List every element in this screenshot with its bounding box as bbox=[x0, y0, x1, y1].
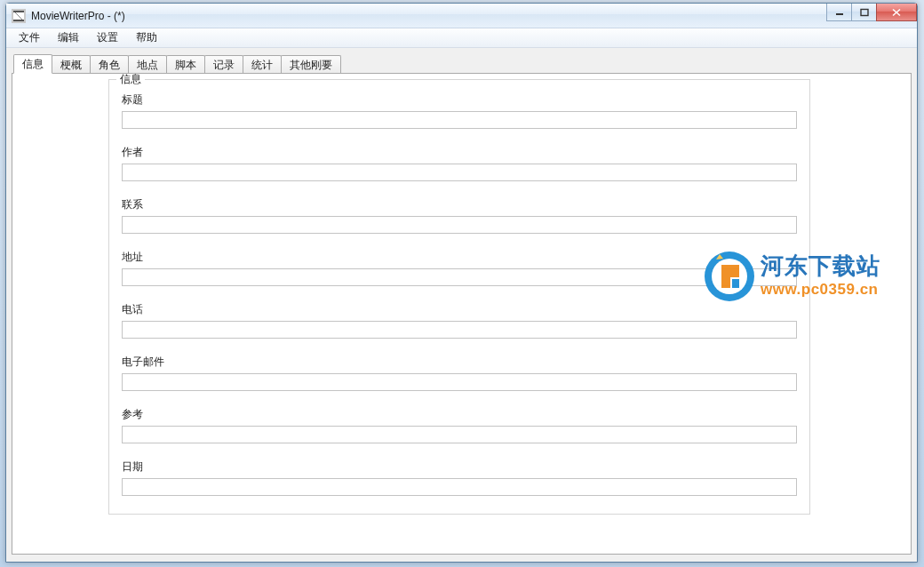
maximize-button[interactable] bbox=[851, 4, 877, 21]
label-address: 地址 bbox=[122, 250, 797, 265]
menu-settings[interactable]: 设置 bbox=[88, 28, 127, 48]
client-area: 信息 梗概 角色 地点 脚本 记录 统计 其他刚要 信息 标题 作者 bbox=[6, 48, 917, 562]
tab-roles[interactable]: 角色 bbox=[90, 55, 129, 73]
tab-panel-info: 信息 标题 作者 联系 地址 电话 bbox=[12, 73, 912, 555]
tab-places[interactable]: 地点 bbox=[128, 55, 167, 73]
field-ref: 参考 bbox=[122, 407, 797, 443]
field-contact: 联系 bbox=[122, 197, 797, 234]
svg-rect-6 bbox=[861, 9, 868, 15]
menu-file[interactable]: 文件 bbox=[10, 28, 49, 48]
label-title: 标题 bbox=[122, 92, 797, 108]
menu-help[interactable]: 帮助 bbox=[127, 28, 166, 48]
field-address: 地址 bbox=[122, 250, 797, 286]
input-contact[interactable] bbox=[122, 216, 797, 234]
svg-rect-2 bbox=[13, 11, 24, 12]
label-date: 日期 bbox=[122, 459, 797, 475]
input-phone[interactable] bbox=[122, 321, 797, 339]
field-author: 作者 bbox=[122, 145, 797, 181]
tab-other[interactable]: 其他刚要 bbox=[281, 55, 341, 73]
field-email: 电子邮件 bbox=[122, 355, 797, 391]
label-phone: 电话 bbox=[122, 302, 797, 317]
input-email[interactable] bbox=[122, 373, 797, 391]
field-phone: 电话 bbox=[122, 302, 797, 339]
input-title[interactable] bbox=[122, 111, 797, 129]
close-button[interactable] bbox=[876, 4, 917, 21]
input-ref[interactable] bbox=[122, 426, 797, 443]
input-address[interactable] bbox=[122, 268, 797, 286]
tab-synopsis[interactable]: 梗概 bbox=[52, 55, 91, 73]
tab-script[interactable]: 脚本 bbox=[166, 55, 205, 73]
field-date: 日期 bbox=[122, 459, 797, 496]
field-title: 标题 bbox=[122, 92, 797, 129]
groupbox-legend: 信息 bbox=[116, 73, 145, 87]
label-email: 电子邮件 bbox=[122, 355, 797, 370]
app-icon bbox=[12, 9, 26, 23]
label-ref: 参考 bbox=[122, 407, 797, 422]
minimize-button[interactable] bbox=[826, 4, 852, 21]
window-controls bbox=[827, 4, 917, 21]
input-author[interactable] bbox=[122, 164, 797, 181]
app-window: MovieWriterPro - (*) 文件 编辑 设置 帮助 信息 bbox=[5, 3, 918, 563]
tabstrip: 信息 梗概 角色 地点 脚本 记录 统计 其他刚要 bbox=[12, 53, 912, 73]
label-author: 作者 bbox=[122, 145, 797, 160]
label-contact: 联系 bbox=[122, 197, 797, 212]
window-title: MovieWriterPro - (*) bbox=[31, 10, 125, 22]
titlebar: MovieWriterPro - (*) bbox=[6, 4, 917, 28]
tab-log[interactable]: 记录 bbox=[204, 55, 243, 73]
menubar: 文件 编辑 设置 帮助 bbox=[6, 28, 917, 48]
tab-info[interactable]: 信息 bbox=[13, 54, 52, 74]
svg-rect-3 bbox=[13, 20, 24, 21]
tab-stats[interactable]: 统计 bbox=[243, 55, 282, 73]
info-groupbox: 信息 标题 作者 联系 地址 电话 bbox=[108, 79, 810, 515]
input-date[interactable] bbox=[122, 478, 797, 496]
menu-edit[interactable]: 编辑 bbox=[49, 28, 88, 48]
